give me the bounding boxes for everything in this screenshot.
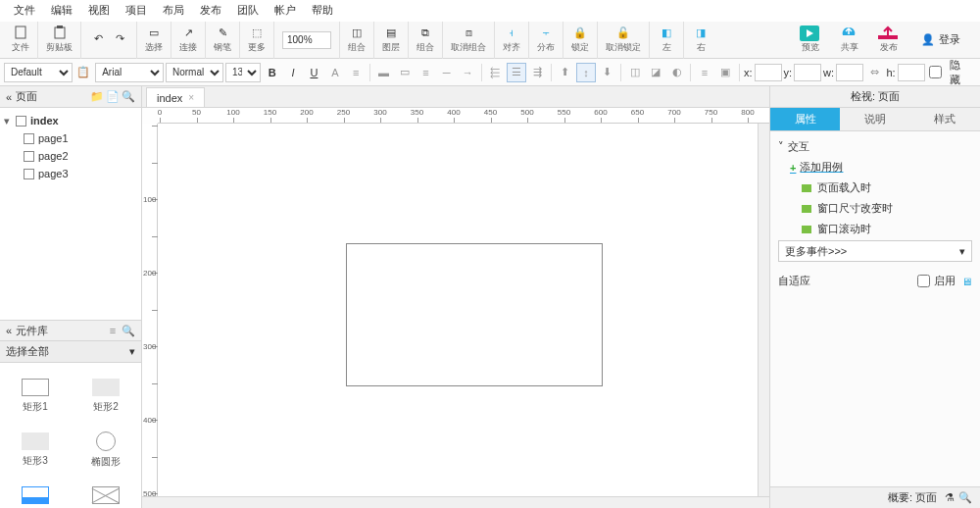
align-right-button[interactable]: ⇶ (528, 63, 547, 82)
align-left-button[interactable]: ⬱ (486, 63, 505, 82)
tab-style[interactable]: 样式 (910, 108, 980, 130)
interaction-section[interactable]: ˅交互 (778, 139, 972, 154)
tool-more[interactable]: ⬚更多 (240, 22, 274, 59)
tool-zoom[interactable] (274, 22, 340, 59)
add-page-icon[interactable]: 📄 (106, 90, 120, 104)
tree-node-page1[interactable]: page1 (0, 129, 141, 147)
inner-shadow-button[interactable]: ◪ (646, 63, 664, 82)
outer-shadow-button[interactable]: ◫ (625, 63, 644, 82)
canvas[interactable] (158, 124, 758, 496)
font-color-button[interactable]: A (325, 63, 344, 82)
pos-x-input[interactable] (755, 64, 782, 81)
menu-publish[interactable]: 发布 (192, 0, 229, 21)
scrollbar-vertical[interactable] (758, 124, 769, 496)
tool-unlock[interactable]: 🔓取消锁定 (598, 22, 650, 59)
tool-pen[interactable]: ✎钢笔 (206, 22, 240, 59)
menu-layout[interactable]: 布局 (155, 0, 192, 21)
search-icon[interactable]: 🔍 (122, 324, 135, 337)
event-window-resize[interactable]: 窗口尺寸改变时 (802, 201, 972, 216)
zoom-input[interactable] (282, 31, 331, 49)
font-size-select[interactable]: 13 (225, 63, 261, 82)
login-button[interactable]: 👤登录 (911, 32, 970, 47)
shape-placeholder[interactable]: 占位符 (71, 477, 141, 508)
shape-image[interactable]: 图片 (0, 477, 71, 508)
pos-y-input[interactable] (794, 64, 821, 81)
bold-button[interactable]: B (263, 63, 281, 82)
pos-w-input[interactable] (836, 64, 863, 81)
menu-view[interactable]: 视图 (80, 0, 118, 21)
align-center-button[interactable]: ☰ (507, 63, 525, 82)
tool-align[interactable]: ⫞对齐 (495, 22, 529, 59)
adaptive-enable-checkbox[interactable] (917, 275, 930, 287)
menu-edit[interactable]: 编辑 (43, 0, 80, 21)
tool-undo-redo[interactable]: ↶ ↷ (81, 22, 137, 59)
close-icon[interactable]: × (188, 92, 194, 103)
valign-bottom-button[interactable]: ⬇ (598, 63, 616, 82)
search-icon[interactable]: 🔍 (122, 90, 135, 104)
border-button[interactable]: ▭ (395, 63, 414, 82)
line-width-button[interactable]: ≡ (416, 63, 435, 82)
valign-middle-button[interactable]: ↕ (576, 63, 595, 82)
tool-align-right[interactable]: ◨右 (684, 22, 717, 59)
tab-notes[interactable]: 说明 (840, 108, 909, 130)
more-events-select[interactable]: 更多事件>>>▾ (778, 240, 972, 262)
menu-file[interactable]: 文件 (6, 0, 43, 21)
tool-group[interactable]: ◫组合 (340, 22, 374, 59)
line-spacing-button[interactable]: ≡ (695, 63, 713, 82)
shape-rect2[interactable]: 矩形2 (71, 369, 141, 423)
event-page-load[interactable]: 页面载入时 (802, 180, 972, 195)
add-case-link[interactable]: +添加用例 (790, 160, 972, 175)
style-preset-select[interactable]: Default (4, 63, 73, 82)
pos-h-input[interactable] (898, 64, 925, 81)
hidden-checkbox[interactable] (929, 66, 942, 78)
drawn-rectangle[interactable] (346, 243, 603, 386)
tool-file[interactable]: 文件 (4, 22, 38, 59)
lock-aspect-icon[interactable]: ⇔ (865, 63, 884, 82)
tool-lock[interactable]: 🔒锁定 (564, 22, 598, 59)
font-style-select[interactable]: Normal (166, 63, 223, 82)
font-select[interactable]: Arial (95, 63, 164, 82)
underline-button[interactable]: U (305, 63, 323, 82)
collapse-icon[interactable]: « (6, 325, 12, 336)
opacity-button[interactable]: ◐ (667, 63, 686, 82)
tree-node-page2[interactable]: page2 (0, 147, 141, 165)
copy-style-icon[interactable]: 📋 (74, 63, 93, 82)
tree-node-index[interactable]: ▾index (0, 112, 141, 129)
tool-select[interactable]: ▭选择 (137, 22, 172, 59)
menu-icon[interactable]: ≡ (106, 324, 120, 337)
tool-clipboard[interactable]: 剪贴板 (38, 22, 81, 59)
filter-icon[interactable]: ⚗ (945, 491, 955, 504)
tab-properties[interactable]: 属性 (770, 108, 840, 130)
menu-project[interactable]: 项目 (118, 0, 155, 21)
scrollbar-horizontal[interactable] (142, 496, 769, 508)
tool-ungroup[interactable]: ⧈取消组合 (443, 22, 495, 59)
shape-rect1[interactable]: 矩形1 (0, 369, 71, 423)
bullets-button[interactable]: ≡ (347, 63, 366, 82)
tool-align-left[interactable]: ◧左 (650, 22, 684, 59)
menu-account[interactable]: 帐户 (267, 0, 304, 21)
tool-connect[interactable]: ↗连接 (172, 22, 206, 59)
tool-distribute[interactable]: ⫟分布 (529, 22, 564, 59)
shape-ellipse[interactable]: 椭圆形 (71, 423, 141, 477)
valign-top-button[interactable]: ⬆ (556, 63, 574, 82)
tool-layer[interactable]: ▤图层 (374, 22, 409, 59)
fill-button[interactable]: ▬ (374, 63, 393, 82)
tree-node-page3[interactable]: page3 (0, 165, 141, 182)
collapse-icon[interactable]: « (6, 91, 12, 103)
line-style-button[interactable]: ─ (437, 63, 456, 82)
add-folder-icon[interactable]: 📁 (90, 90, 104, 104)
tool-combine[interactable]: ⧉组合 (409, 22, 443, 59)
tool-preview[interactable]: 预览 (794, 25, 827, 54)
shape-rect3[interactable]: 矩形3 (0, 423, 71, 477)
search-icon[interactable]: 🔍 (958, 491, 972, 504)
tool-publish[interactable]: 发布 (872, 25, 906, 54)
adaptive-manage-icon[interactable]: 🖥 (961, 276, 972, 287)
menu-team[interactable]: 团队 (229, 0, 267, 21)
italic-button[interactable]: I (283, 63, 302, 82)
event-window-scroll[interactable]: 窗口滚动时 (802, 222, 972, 236)
padding-button[interactable]: ▣ (716, 63, 735, 82)
tool-share[interactable]: 共享 (833, 25, 866, 54)
arrow-button[interactable]: → (458, 63, 476, 82)
menu-help[interactable]: 帮助 (304, 0, 341, 21)
tab-index[interactable]: index× (146, 87, 205, 107)
